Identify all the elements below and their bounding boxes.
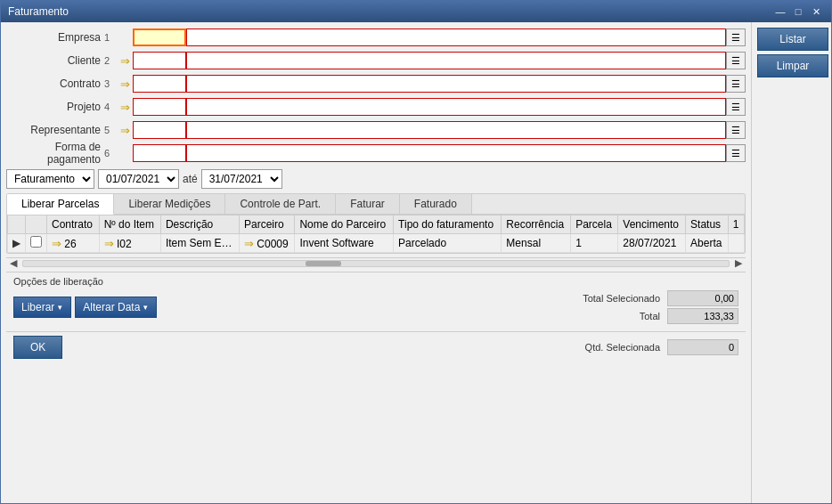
col-status: Status bbox=[686, 215, 729, 234]
bottom-left-actions: Liberar ▼ Alterar Data ▼ bbox=[13, 297, 157, 318]
contrato-input1[interactable] bbox=[133, 75, 186, 93]
projeto-menu-btn[interactable]: ☰ bbox=[726, 98, 746, 116]
row-descricao: Item Sem E… bbox=[160, 234, 239, 253]
tipo-select[interactable]: Faturamento bbox=[6, 169, 94, 189]
total-row: Total 133,33 bbox=[571, 308, 738, 324]
representante-menu-btn[interactable]: ☰ bbox=[726, 121, 746, 139]
tab-controle-part[interactable]: Controle de Part. bbox=[225, 194, 336, 214]
row-checkbox-cell[interactable] bbox=[26, 234, 47, 253]
representante-input2[interactable] bbox=[186, 121, 726, 139]
empresa-arrow-spacer bbox=[117, 31, 133, 45]
listar-button[interactable]: Listar bbox=[757, 28, 828, 51]
options-label: Opções de liberação bbox=[13, 276, 738, 287]
scrollbar-thumb[interactable] bbox=[306, 261, 341, 266]
ok-bar-right: Qtd. Selecionada 0 bbox=[571, 339, 738, 355]
projeto-input1[interactable] bbox=[133, 98, 186, 116]
table-scroll[interactable]: Contrato Nº do Item Descrição Parceiro N… bbox=[7, 215, 745, 253]
qtd-selecionada-label: Qtd. Selecionada bbox=[571, 342, 660, 353]
liberar-button[interactable]: Liberar ▼ bbox=[13, 297, 71, 318]
empresa-input2[interactable] bbox=[186, 28, 726, 46]
empresa-label: Empresa bbox=[6, 31, 104, 44]
contrato-input2[interactable] bbox=[186, 75, 726, 93]
row-checkbox[interactable] bbox=[30, 236, 42, 248]
window-title: Faturamento bbox=[8, 5, 69, 18]
cliente-input2[interactable] bbox=[186, 52, 726, 69]
table-container: Contrato Nº do Item Descrição Parceiro N… bbox=[7, 215, 745, 253]
tab-liberar-parcelas[interactable]: Liberar Parcelas bbox=[7, 194, 114, 215]
contrato-label: Contrato bbox=[6, 77, 104, 90]
cliente-input1[interactable] bbox=[133, 52, 186, 69]
liberar-label: Liberar bbox=[21, 301, 54, 313]
qtd-selecionada-value: 0 bbox=[667, 339, 738, 355]
bottom-actions: Liberar ▼ Alterar Data ▼ Total Seleciona… bbox=[13, 290, 738, 324]
col-descricao: Descrição bbox=[160, 215, 239, 234]
cliente-label: Cliente bbox=[6, 54, 104, 67]
contrato-row-arrow: ⇒ bbox=[52, 237, 61, 250]
ok-bar: OK Qtd. Selecionada 0 bbox=[6, 331, 746, 362]
representante-label: Representante bbox=[6, 124, 104, 136]
forma-pagamento-num: 6 bbox=[104, 148, 117, 159]
tab-faturado[interactable]: Faturado bbox=[400, 194, 472, 214]
forma-pagamento-input2[interactable] bbox=[186, 144, 726, 162]
row-item: ⇒ I02 bbox=[99, 234, 160, 253]
minimize-button[interactable]: — bbox=[772, 4, 788, 19]
col-indicator bbox=[8, 215, 26, 234]
empresa-menu-btn[interactable]: ☰ bbox=[726, 28, 746, 46]
contrato-num: 3 bbox=[104, 78, 117, 89]
col-tipo: Tipo do faturamento bbox=[394, 215, 502, 234]
ate-label: até bbox=[183, 173, 198, 185]
parceiro-row-arrow: ⇒ bbox=[244, 237, 254, 250]
col-checkbox bbox=[26, 215, 47, 234]
empresa-num: 1 bbox=[104, 32, 117, 43]
ok-button[interactable]: OK bbox=[13, 336, 62, 359]
representante-arrow: ⇒ bbox=[117, 124, 133, 137]
representante-num: 5 bbox=[104, 125, 117, 135]
col-contrato: Contrato bbox=[47, 215, 100, 234]
close-button[interactable]: ✕ bbox=[808, 4, 824, 19]
title-bar: Faturamento — □ ✕ bbox=[1, 1, 831, 22]
row-extra bbox=[728, 234, 744, 253]
date-de-select[interactable]: 01/07/2021 bbox=[98, 169, 179, 189]
left-panel: Empresa 1 ☰ Cliente 2 ⇒ ☰ Contrato 3 ⇒ bbox=[1, 22, 751, 503]
total-selecionado-row: Total Selecionado 0,00 bbox=[571, 290, 738, 306]
main-table: Contrato Nº do Item Descrição Parceiro N… bbox=[7, 215, 745, 253]
contrato-menu-btn[interactable]: ☰ bbox=[726, 75, 746, 93]
row-recorrencia: Mensal bbox=[502, 234, 571, 253]
projeto-arrow: ⇒ bbox=[117, 101, 133, 114]
forma-pagamento-arrow-spacer bbox=[117, 147, 133, 160]
projeto-num: 4 bbox=[104, 102, 117, 112]
alterar-data-dropdown-arrow: ▼ bbox=[142, 304, 149, 312]
total-value: 133,33 bbox=[667, 308, 738, 324]
limpar-button[interactable]: Limpar bbox=[757, 54, 828, 77]
empresa-input[interactable] bbox=[133, 28, 186, 46]
forma-pagamento-row: Forma de pagamento 6 ☰ bbox=[6, 143, 746, 163]
total-selecionado-label: Total Selecionado bbox=[571, 293, 660, 304]
item-row-arrow: ⇒ bbox=[104, 237, 114, 250]
row-indicator: ▶ bbox=[8, 234, 26, 253]
scroll-left-arrow[interactable]: ◀ bbox=[6, 257, 20, 269]
scrollbar-track[interactable] bbox=[22, 260, 730, 267]
main-content: Empresa 1 ☰ Cliente 2 ⇒ ☰ Contrato 3 ⇒ bbox=[1, 22, 831, 503]
tab-faturar[interactable]: Faturar bbox=[336, 194, 400, 214]
representante-input1[interactable] bbox=[133, 121, 186, 139]
row-parcela: 1 bbox=[571, 234, 618, 253]
date-ate-select[interactable]: 31/07/2021 bbox=[201, 169, 282, 189]
cliente-menu-btn[interactable]: ☰ bbox=[726, 52, 746, 69]
col-nome-parceiro: Nome do Parceiro bbox=[295, 215, 394, 234]
projeto-label: Projeto bbox=[6, 101, 104, 113]
tab-liberar-medicoes[interactable]: Liberar Medições bbox=[114, 194, 225, 214]
maximize-button[interactable]: □ bbox=[790, 4, 806, 19]
contrato-arrow: ⇒ bbox=[117, 77, 133, 91]
row-status: Aberta bbox=[686, 234, 729, 253]
table-row[interactable]: ▶ ⇒ 26 ⇒ I02 Item Sem E… ⇒ C0009 Invent … bbox=[8, 234, 745, 253]
forma-pagamento-input1[interactable] bbox=[133, 144, 186, 162]
col-recorrencia: Recorrência bbox=[502, 215, 571, 234]
scroll-right-arrow[interactable]: ▶ bbox=[731, 257, 746, 269]
row-vencimento: 28/07/2021 bbox=[618, 234, 686, 253]
alterar-data-button[interactable]: Alterar Data ▼ bbox=[75, 297, 157, 318]
projeto-input2[interactable] bbox=[186, 98, 726, 116]
row-contrato: ⇒ 26 bbox=[47, 234, 100, 253]
bottom-right-summary: Total Selecionado 0,00 Total 133,33 bbox=[571, 290, 738, 324]
forma-pagamento-menu-btn[interactable]: ☰ bbox=[726, 144, 746, 162]
contrato-row: Contrato 3 ⇒ ☰ bbox=[6, 74, 746, 93]
